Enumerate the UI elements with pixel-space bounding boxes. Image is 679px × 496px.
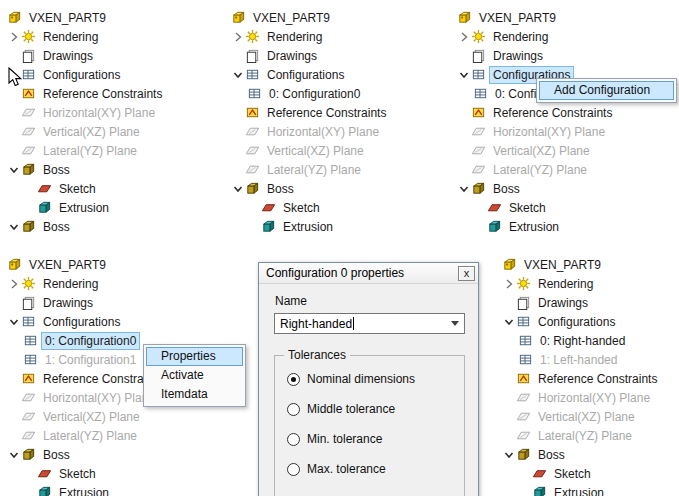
menu-item-add-configuration[interactable]: Add Configuration: [539, 81, 674, 100]
tree-item-drawings[interactable]: Drawings: [5, 46, 165, 65]
tree-item-boss[interactable]: Boss: [5, 445, 165, 464]
chevron-expanded-icon[interactable]: [231, 68, 245, 82]
tree-item-extrusion[interactable]: Extrusion: [5, 198, 165, 217]
tree-item-boss[interactable]: Boss: [229, 179, 389, 198]
tree-item-sketch[interactable]: Sketch: [5, 464, 165, 483]
configurations-icon: [247, 86, 262, 101]
menu-item-properties[interactable]: Properties: [146, 347, 243, 366]
tree-item-lateral-yz-plane[interactable]: Lateral(YZ) Plane: [229, 160, 389, 179]
tree-item-lateral-yz-plane[interactable]: Lateral(YZ) Plane: [500, 426, 660, 445]
tree-item-reference-constraints[interactable]: Reference Constraints: [500, 369, 660, 388]
tree-item-label: Sketch: [551, 466, 594, 482]
chevron-collapsed-icon[interactable]: [457, 30, 471, 44]
chevron-expanded-icon[interactable]: [502, 448, 516, 462]
tree-item-reference-constraints[interactable]: Reference Constraints: [5, 369, 165, 388]
tree-item-vertical-xz-plane[interactable]: Vertical(XZ) Plane: [5, 122, 165, 141]
tree-item-vertical-xz-plane[interactable]: Vertical(XZ) Plane: [229, 141, 389, 160]
tree-item-boss[interactable]: Boss: [5, 160, 165, 179]
tree-item-lateral-yz-plane[interactable]: Lateral(YZ) Plane: [455, 160, 615, 179]
tree-item-0-right-handed[interactable]: 0: Right-handed: [500, 331, 660, 350]
tree-item-rendering[interactable]: Rendering: [229, 27, 389, 46]
tree-item-configurations[interactable]: Configurations: [5, 312, 165, 331]
tree-item-sketch[interactable]: Sketch: [5, 179, 165, 198]
radio-max-tolerance[interactable]: Max. tolerance: [287, 462, 386, 476]
tree-item-extrusion[interactable]: Extrusion: [229, 217, 389, 236]
chevron-expanded-icon[interactable]: [231, 182, 245, 196]
combo-dropdown-button[interactable]: [446, 314, 464, 333]
tree-item-vxen-part9[interactable]: VXEN_PART9: [229, 8, 389, 27]
chevron-collapsed-icon[interactable]: [7, 277, 21, 291]
tree-item-drawings[interactable]: Drawings: [229, 46, 389, 65]
chevron-collapsed-icon[interactable]: [502, 277, 516, 291]
radio-min-tolerance[interactable]: Min. tolerance: [287, 432, 382, 446]
tree-item-reference-constraints[interactable]: Reference Constraints: [5, 84, 165, 103]
chevron-expanded-icon[interactable]: [502, 315, 516, 329]
tree-item-extrusion[interactable]: Extrusion: [455, 217, 615, 236]
chevron-collapsed-icon[interactable]: [7, 30, 21, 44]
tree-item-configurations[interactable]: Configurations: [5, 65, 165, 84]
tree-item-sketch[interactable]: Sketch: [455, 198, 615, 217]
radio-label: Nominal dimensions: [307, 372, 415, 386]
chevron-slot: [7, 296, 21, 310]
sketch-icon: [37, 181, 52, 196]
chevron-slot: [502, 410, 516, 424]
chevron-expanded-icon[interactable]: [7, 315, 21, 329]
tree-item-extrusion[interactable]: Extrusion: [5, 483, 165, 496]
boss-icon: [21, 162, 36, 177]
tree-item-configurations[interactable]: Configurations: [229, 65, 389, 84]
sketch-icon: [37, 466, 52, 481]
tree-item-0-configuration0[interactable]: 0: Configuration0: [229, 84, 389, 103]
tree-item-rendering[interactable]: Rendering: [455, 27, 615, 46]
close-icon[interactable]: x: [458, 266, 475, 281]
tree-item-drawings[interactable]: Drawings: [5, 293, 165, 312]
tree-item-reference-constraints[interactable]: Reference Constraints: [229, 103, 389, 122]
tree-item-rendering[interactable]: Rendering: [5, 274, 165, 293]
tree-item-extrusion[interactable]: Extrusion: [500, 483, 660, 496]
menu-item-itemdata[interactable]: Itemdata: [146, 385, 243, 404]
tree-item-vertical-xz-plane[interactable]: Vertical(XZ) Plane: [500, 407, 660, 426]
chevron-expanded-icon[interactable]: [7, 163, 21, 177]
tree-item-1-configuration1[interactable]: 1: Configuration1: [5, 350, 165, 369]
tree-item-sketch[interactable]: Sketch: [500, 464, 660, 483]
chevron-collapsed-icon[interactable]: [231, 30, 245, 44]
chevron-expanded-icon[interactable]: [457, 68, 471, 82]
tree-item-reference-constraints[interactable]: Reference Constraints: [455, 103, 615, 122]
tree-item-rendering[interactable]: Rendering: [500, 274, 660, 293]
name-combobox[interactable]: Right-handed: [274, 313, 465, 334]
tree-item-horizontal-xy-plane[interactable]: Horizontal(XY) Plane: [455, 122, 615, 141]
tree-item-boss[interactable]: Boss: [500, 445, 660, 464]
tree-item-vxen-part9[interactable]: VXEN_PART9: [455, 8, 615, 27]
tree-item-configurations[interactable]: Configurations: [500, 312, 660, 331]
plane-icon: [21, 124, 36, 139]
chevron-expanded-icon[interactable]: [7, 448, 21, 462]
radio-middle-tolerance[interactable]: Middle tolerance: [287, 402, 395, 416]
tree-item-rendering[interactable]: Rendering: [5, 27, 165, 46]
add-configuration-menu: Add Configuration: [536, 78, 677, 103]
tree-item-0-configuration0[interactable]: 0: Configuration0: [5, 331, 165, 350]
tree-item-label: Boss: [490, 181, 523, 197]
tree-item-lateral-yz-plane[interactable]: Lateral(YZ) Plane: [5, 426, 165, 445]
tree-item-boss[interactable]: Boss: [5, 217, 165, 236]
tree-item-vxen-part9[interactable]: VXEN_PART9: [500, 255, 660, 274]
tree-item-vertical-xz-plane[interactable]: Vertical(XZ) Plane: [455, 141, 615, 160]
menu-item-activate[interactable]: Activate: [146, 366, 243, 385]
tree-item-vertical-xz-plane[interactable]: Vertical(XZ) Plane: [5, 407, 165, 426]
tree-item-lateral-yz-plane[interactable]: Lateral(YZ) Plane: [5, 141, 165, 160]
tree-item-drawings[interactable]: Drawings: [500, 293, 660, 312]
tree-item-vxen-part9[interactable]: VXEN_PART9: [5, 255, 165, 274]
chevron-expanded-icon[interactable]: [7, 220, 21, 234]
chevron-slot: [457, 144, 471, 158]
tree-item-horizontal-xy-plane[interactable]: Horizontal(XY) Plane: [5, 388, 165, 407]
tree-item-horizontal-xy-plane[interactable]: Horizontal(XY) Plane: [5, 103, 165, 122]
tree-item-1-left-handed[interactable]: 1: Left-handed: [500, 350, 660, 369]
tree-item-sketch[interactable]: Sketch: [229, 198, 389, 217]
configurations-icon: [245, 67, 260, 82]
chevron-expanded-icon[interactable]: [457, 182, 471, 196]
dialog-titlebar[interactable]: Configuration 0 properties x: [259, 263, 478, 284]
tree-item-boss[interactable]: Boss: [455, 179, 615, 198]
radio-nominal-dimensions[interactable]: Nominal dimensions: [287, 372, 415, 386]
tree-item-vxen-part9[interactable]: VXEN_PART9: [5, 8, 165, 27]
tree-item-drawings[interactable]: Drawings: [455, 46, 615, 65]
tree-item-horizontal-xy-plane[interactable]: Horizontal(XY) Plane: [500, 388, 660, 407]
tree-item-horizontal-xy-plane[interactable]: Horizontal(XY) Plane: [229, 122, 389, 141]
